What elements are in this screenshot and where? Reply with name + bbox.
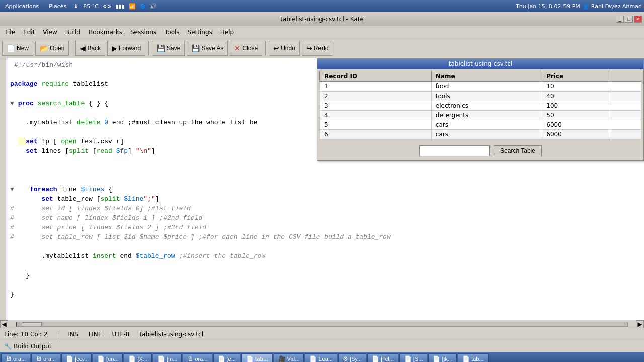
task-tab-active[interactable]: 📄 tab... [242, 353, 273, 362]
back-icon: ◀ [80, 44, 86, 52]
table-row[interactable]: 4detergents50 [320, 111, 641, 120]
temp-icon: 🌡 [73, 3, 79, 10]
table-row[interactable]: 2tools40 [320, 92, 641, 101]
status-bar: Line: 10 Col: 2 INS LINE UTF-8 tablelist… [0, 328, 644, 340]
system-bar: Applications Places 🌡 85 °C ⚙⚙ ▮▮▮ 📶 🔵 🔊… [0, 0, 644, 12]
scroll-right-button[interactable]: ▶ [636, 320, 644, 328]
menu-file[interactable]: File [1, 28, 19, 37]
left-gutter [0, 58, 6, 320]
maximize-button[interactable]: □ [625, 16, 633, 23]
open-button[interactable]: 📂 Open [35, 41, 69, 56]
task-e[interactable]: 📄 [e... [213, 353, 240, 362]
bluetooth-icon: 🔵 [140, 4, 146, 9]
col-name: Name [431, 71, 542, 82]
task-tk[interactable]: 📄 [tk... [428, 353, 457, 362]
table-row[interactable]: 5cars6000 [320, 120, 641, 130]
search-input[interactable] [419, 145, 490, 156]
h-scroll-track[interactable] [16, 322, 628, 327]
cell-extra [611, 82, 641, 92]
redo-button[interactable]: ↪ Redo [302, 41, 333, 56]
forward-button[interactable]: ▶ Forward [107, 41, 145, 56]
table-widget: tablelist-using-csv.tcl Record ID Name P… [317, 58, 644, 161]
col-price: Price [542, 71, 611, 82]
battery-icon: ▮▮▮ [116, 3, 125, 10]
places-menu[interactable]: Places [46, 2, 69, 11]
menu-tools[interactable]: Tools [160, 28, 184, 37]
menu-edit[interactable]: Edit [19, 28, 39, 37]
window-title: tablelist-using-csv.tcl - Kate [280, 16, 364, 23]
build-bar[interactable]: 🔧 Build Output [0, 340, 644, 352]
task-m[interactable]: 📄 [m... [153, 353, 182, 362]
toolbar-sep-1 [72, 41, 72, 55]
status-filename: tablelist-using-csv.tcl [139, 331, 203, 338]
username: Rani Fayez Ahmad [591, 3, 642, 10]
forward-icon: ▶ [112, 44, 117, 52]
scroll-left-button[interactable]: ◀ [0, 320, 8, 328]
encoding: UTF-8 [112, 331, 129, 338]
cell-name: electronics [431, 101, 542, 111]
menu-settings[interactable]: Settings [184, 28, 216, 37]
cell-id: 5 [320, 120, 432, 130]
applications-menu[interactable]: Applications [2, 2, 42, 11]
table-container: Record ID Name Price 1food102tools403ele… [319, 71, 641, 139]
task-ora-1[interactable]: 🖥 ora... [1, 353, 30, 362]
save-button[interactable]: 💾 Save [152, 41, 185, 56]
menu-bookmarks[interactable]: Bookmarks [85, 28, 126, 37]
cell-name: tools [431, 92, 542, 101]
cell-price: 6000 [542, 120, 611, 130]
system-bar-right: Thu Jan 15, 8:02:59 PM 👤 Rani Fayez Ahma… [516, 3, 642, 10]
close-icon: ✕ [234, 44, 240, 52]
insert-mode: INS [68, 331, 78, 338]
table-row[interactable]: 6cars6000 [320, 130, 641, 139]
line-type: LINE [89, 331, 102, 338]
task-tab-2[interactable]: 📄 tab... [458, 353, 488, 362]
search-table-button[interactable]: Search Table [494, 145, 542, 156]
task-co[interactable]: 📄 [co... [61, 353, 92, 362]
table-row[interactable]: 3electronics100 [320, 101, 641, 111]
code-area[interactable]: #!/usr/bin/wish package require tablelis… [6, 58, 644, 320]
table-row[interactable]: 1food10 [320, 82, 641, 92]
volume-icon: 🔊 [150, 3, 157, 10]
task-sy[interactable]: ⚙ [Sy... [338, 353, 366, 362]
task-tcl[interactable]: 📄 [Tcl... [367, 353, 398, 362]
cpu-icon: ⚙⚙ [103, 4, 112, 9]
cell-price: 50 [542, 111, 611, 120]
task-lea[interactable]: 📄 Lea... [305, 353, 337, 362]
task-x[interactable]: 📄 [X... [124, 353, 152, 362]
minimize-button[interactable]: _ [616, 16, 624, 23]
new-button[interactable]: 📄 New [2, 41, 33, 56]
task-vid[interactable]: 🎥 Vid... [274, 353, 304, 362]
menu-build[interactable]: Build [61, 28, 85, 37]
task-ora-2[interactable]: 🖥 ora... [31, 353, 60, 362]
cell-name: detergents [431, 111, 542, 120]
cell-extra [611, 101, 641, 111]
temperature: 85 °C [83, 3, 99, 10]
task-un[interactable]: 📄 [un... [93, 353, 123, 362]
close-button[interactable]: ✕ Close [230, 41, 262, 56]
menu-sessions[interactable]: Sessions [126, 28, 160, 37]
task-ora-3[interactable]: 🖥 ora... [183, 353, 212, 362]
h-scrollbar[interactable]: ◀ ▶ [0, 320, 644, 328]
cell-name: cars [431, 120, 542, 130]
back-button[interactable]: ◀ Back [75, 41, 105, 56]
new-icon: 📄 [7, 44, 15, 52]
save-as-button[interactable]: 💾 Save As [187, 41, 228, 56]
cell-id: 6 [320, 130, 432, 139]
h-scroll-thumb[interactable] [22, 322, 42, 326]
cell-price: 100 [542, 101, 611, 111]
title-bar-controls: _ □ ✕ [616, 16, 642, 23]
build-icon: 🔧 [4, 343, 12, 350]
menu-help[interactable]: Help [216, 28, 238, 37]
open-icon: 📂 [40, 44, 48, 52]
close-window-button[interactable]: ✕ [634, 16, 642, 23]
build-output-label: Build Output [14, 343, 52, 350]
task-s[interactable]: 📄 [S... [399, 353, 428, 362]
cell-extra [611, 92, 641, 101]
menu-view[interactable]: View [39, 28, 61, 37]
cell-id: 4 [320, 111, 432, 120]
datetime: Thu Jan 15, 8:02:59 PM [516, 3, 580, 10]
undo-button[interactable]: ↩ Undo [269, 41, 300, 56]
cell-price: 10 [542, 82, 611, 92]
redo-icon: ↪ [306, 44, 312, 52]
toolbar: 📄 New 📂 Open ◀ Back ▶ Forward 💾 Save 💾 S… [0, 38, 644, 58]
